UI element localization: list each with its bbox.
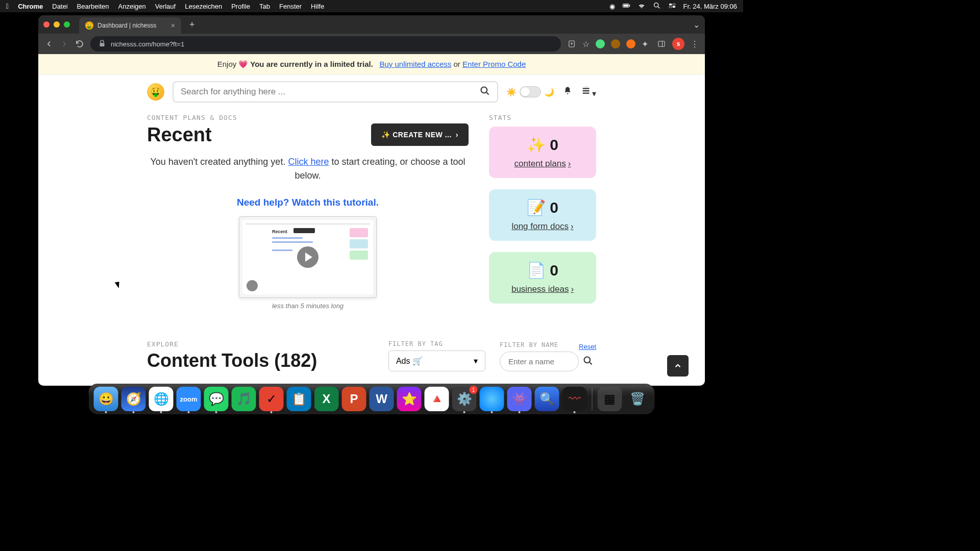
dock-imovie[interactable]: ⭐ <box>397 387 422 411</box>
profile-avatar[interactable]: s <box>672 38 684 50</box>
menu-hilfe[interactable]: Hilfe <box>311 3 324 10</box>
stat-business-ideas[interactable]: 📄 0 business ideas › <box>489 252 596 304</box>
new-tab-button[interactable]: + <box>185 19 199 30</box>
tag-value: Ads 🛒 <box>396 356 423 366</box>
dock-powerpoint[interactable]: P <box>342 387 366 411</box>
svg-rect-7 <box>669 6 672 7</box>
battery-icon[interactable] <box>622 2 630 11</box>
chrome-menu-icon[interactable]: ⋮ <box>691 39 699 49</box>
scroll-to-top-button[interactable] <box>667 355 689 377</box>
bookmark-star-icon[interactable]: ☆ <box>582 39 590 49</box>
dock-app2[interactable]: 🔍 <box>535 387 559 411</box>
reset-link[interactable]: Reset <box>579 343 596 350</box>
explore-title: Content Tools (182) <box>147 350 374 371</box>
extension-icon[interactable] <box>596 39 605 48</box>
search-input[interactable] <box>181 87 480 97</box>
dock-trash[interactable]: 🗑️ <box>625 387 650 411</box>
svg-line-4 <box>658 7 659 8</box>
dock-drive[interactable]: 🔺 <box>425 387 449 411</box>
install-app-icon[interactable] <box>567 39 576 48</box>
window-close[interactable] <box>43 21 50 28</box>
macos-dock: 😀 🧭 🌐 zoom 💬 🎵 ✓ 📋 X P W ⭐ 🔺 ⚙️1 👾 🔍 〰 ▦… <box>89 384 655 414</box>
menu-tab[interactable]: Tab <box>259 3 270 10</box>
menu-datei[interactable]: Datei <box>52 3 67 10</box>
click-here-link[interactable]: Click here <box>288 157 329 167</box>
tab-close-icon[interactable]: × <box>171 21 175 30</box>
menu-profile[interactable]: Profile <box>231 3 250 10</box>
dock-safari[interactable]: 🧭 <box>121 387 146 411</box>
dock-discord[interactable]: 👾 <box>507 387 532 411</box>
browser-tab[interactable]: 🤑 Dashboard | nichesss × <box>79 17 181 34</box>
wifi-icon[interactable] <box>638 2 646 11</box>
menu-anzeigen[interactable]: Anzeigen <box>118 3 146 10</box>
tab-dropdown-icon[interactable]: ⌄ <box>693 20 700 30</box>
search-icon[interactable] <box>583 356 593 368</box>
menu-verlauf[interactable]: Verlauf <box>155 3 176 10</box>
empty-state-text: You haven't created anything yet. Click … <box>147 155 469 183</box>
side-panel-icon[interactable] <box>657 39 666 48</box>
svg-rect-8 <box>672 6 675 7</box>
moon-icon: 🌙 <box>544 87 554 97</box>
apple-menu-icon[interactable]:  <box>6 2 9 10</box>
dock-chrome[interactable]: 🌐 <box>149 387 174 411</box>
extensions-menu-icon[interactable]: ✦ <box>642 39 651 48</box>
stats-eyebrow: STATS <box>489 114 596 121</box>
tag-select[interactable]: Ads 🛒 ▾ <box>388 350 485 371</box>
stat-content-plans[interactable]: ✨ 0 content plans › <box>489 127 596 178</box>
stat-value: 0 <box>550 199 558 216</box>
dock-todoist[interactable]: ✓ <box>259 387 284 411</box>
dock-word[interactable]: W <box>370 387 394 411</box>
url-input[interactable]: nichesss.com/home?ft=1 <box>90 36 561 52</box>
dock-whatsapp[interactable]: 💬 <box>204 387 229 411</box>
name-filter-input[interactable] <box>500 352 579 371</box>
trial-banner: Enjoy 💗 You are currently in a limited t… <box>38 54 705 75</box>
menu-lesezeichen[interactable]: Lesezeichen <box>185 3 222 10</box>
search-box[interactable] <box>173 81 498 103</box>
dock-excel[interactable]: X <box>314 387 339 411</box>
extension-icon[interactable] <box>611 39 620 48</box>
forward-button[interactable] <box>60 39 69 48</box>
extension-icon[interactable] <box>626 39 635 48</box>
dock-settings[interactable]: ⚙️1 <box>452 387 477 411</box>
buy-access-link[interactable]: Buy unlimited access <box>379 60 451 68</box>
dark-mode-toggle[interactable] <box>520 86 541 97</box>
app-logo[interactable]: 🤑 <box>147 83 164 101</box>
screen-record-icon[interactable]: ◉ <box>609 3 615 10</box>
menu-bearbeiten[interactable]: Bearbeiten <box>77 3 109 10</box>
reload-button[interactable] <box>75 39 84 48</box>
window-maximize[interactable] <box>64 21 70 28</box>
tutorial-video-thumbnail[interactable]: Recent <box>239 216 377 298</box>
play-icon <box>297 246 318 268</box>
dock-spotify[interactable]: 🎵 <box>232 387 256 411</box>
svg-line-19 <box>590 362 592 364</box>
theme-toggle: ☀️ 🌙 <box>506 86 554 97</box>
search-icon[interactable] <box>480 86 490 98</box>
dock-trello[interactable]: 📋 <box>287 387 311 411</box>
video-caption: less than 5 minutes long <box>147 302 469 310</box>
spotlight-icon[interactable] <box>653 2 661 11</box>
notifications-icon[interactable] <box>562 86 573 98</box>
window-minimize[interactable] <box>54 21 60 28</box>
app-menu[interactable]: Chrome <box>18 3 43 10</box>
svg-point-3 <box>654 3 658 7</box>
dock-voice-memos[interactable]: 〰 <box>562 387 587 411</box>
tab-bar: 🤑 Dashboard | nichesss × + ⌄ <box>38 15 705 34</box>
create-new-button[interactable]: ✨ CREATE NEW ... › <box>371 123 469 146</box>
dock-zoom[interactable]: zoom <box>177 387 201 411</box>
menu-fenster[interactable]: Fenster <box>279 3 302 10</box>
stat-label: content plans <box>514 159 566 169</box>
page-icon: 📄 <box>527 261 546 279</box>
tutorial-link[interactable]: Need help? Watch this tutorial. <box>147 197 469 208</box>
menubar-datetime[interactable]: Fr. 24. März 09:06 <box>683 3 738 10</box>
dock-launchpad[interactable]: ▦ <box>598 387 622 411</box>
stat-long-form-docs[interactable]: 📝 0 long form docs › <box>489 189 596 241</box>
control-center-icon[interactable] <box>668 2 676 11</box>
chevron-right-icon: › <box>571 221 574 232</box>
filter-tag-label: FILTER BY TAG <box>388 340 485 347</box>
promo-code-link[interactable]: Enter Promo Code <box>462 60 526 68</box>
chevron-down-icon: ▾ <box>474 356 478 366</box>
dock-finder[interactable]: 😀 <box>94 387 118 411</box>
dock-app[interactable] <box>480 387 504 411</box>
hamburger-menu-icon[interactable]: ▾ <box>581 85 596 98</box>
back-button[interactable] <box>44 39 54 48</box>
